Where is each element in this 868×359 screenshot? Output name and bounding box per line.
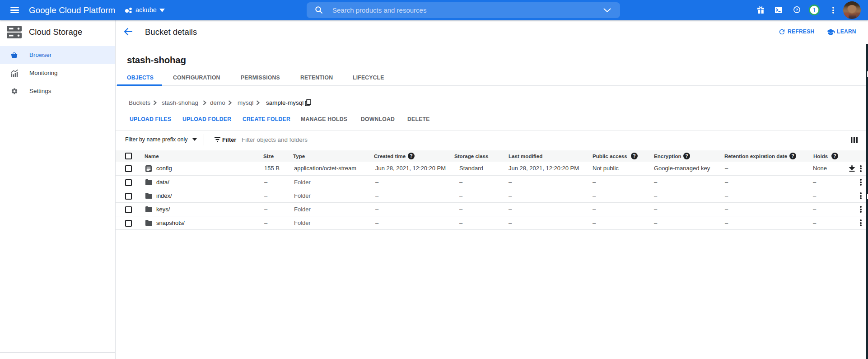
svg-text:?: ? [796,7,798,12]
svg-text:1: 1 [812,7,816,14]
